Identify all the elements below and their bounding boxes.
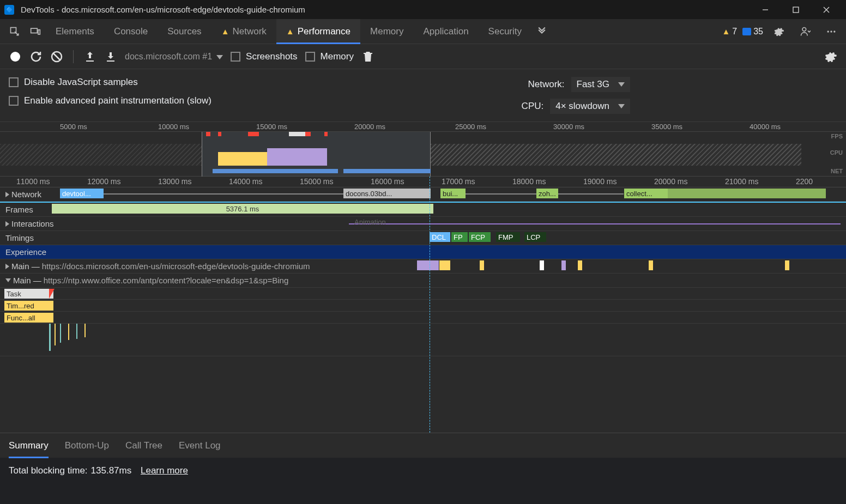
trash-icon[interactable]: [361, 50, 374, 63]
disable-js-label: Disable JavaScript samples: [24, 77, 138, 88]
ruler-tick: 12000 ms: [87, 177, 120, 186]
clear-button[interactable]: [50, 50, 63, 63]
flamechart[interactable]: 11000 ms 12000 ms 13000 ms 14000 ms 1500…: [0, 177, 846, 433]
track-interactions[interactable]: Interactions Animation: [0, 217, 846, 231]
tab-event-log[interactable]: Event Log: [179, 433, 221, 458]
tab-bottom-up[interactable]: Bottom-Up: [65, 433, 109, 458]
track-experience[interactable]: Experience: [0, 245, 846, 259]
overview-marker: [324, 132, 328, 136]
expand-icon[interactable]: [5, 221, 9, 227]
upload-icon[interactable]: [83, 50, 96, 63]
main-tabs: Elements Console Sources ▲Network ▲Perfo…: [0, 19, 846, 44]
device-icon[interactable]: [27, 23, 44, 40]
task-bar[interactable]: Task: [4, 289, 53, 299]
learn-more-link[interactable]: Learn more: [141, 465, 188, 476]
record-button[interactable]: [9, 50, 22, 63]
tab-network[interactable]: ▲Network: [211, 19, 276, 44]
func-bar[interactable]: Func...all: [4, 313, 53, 323]
more-tabs-icon[interactable]: [534, 23, 550, 40]
track-stack[interactable]: [0, 324, 846, 356]
cpu-throttle-select[interactable]: 4× slowdown: [550, 99, 630, 114]
frame-bar[interactable]: 5376.1 ms: [52, 204, 433, 214]
ruler-tick: 10000 ms: [158, 123, 189, 131]
network-bar[interactable]: bui...: [440, 189, 466, 198]
timing-lcp[interactable]: LCP: [524, 232, 546, 242]
flame-bar[interactable]: [480, 260, 484, 270]
memory-checkbox[interactable]: Memory: [305, 51, 354, 62]
tab-call-tree[interactable]: Call Tree: [125, 433, 162, 458]
tab-summary[interactable]: Summary: [9, 433, 49, 458]
memory-label: Memory: [321, 51, 354, 62]
track-timings[interactable]: Timings DCL FP FCP FMP LCP: [0, 231, 846, 245]
capture-settings-icon[interactable]: [824, 50, 837, 63]
performance-toolbar: docs.microsoft.com #1 Screenshots Memory: [0, 44, 846, 69]
overview-cpu-chart: [267, 148, 327, 166]
collapse-icon[interactable]: [5, 278, 11, 282]
disable-js-checkbox[interactable]: Disable JavaScript samples: [9, 77, 211, 88]
info-count[interactable]: 35: [742, 27, 763, 37]
minimize-button[interactable]: [750, 0, 781, 19]
cpu-throttle: CPU: 4× slowdown: [522, 99, 630, 114]
network-bar[interactable]: devtool...: [60, 189, 104, 198]
recording-select[interactable]: docs.microsoft.com #1: [125, 52, 223, 62]
timing-fmp[interactable]: FMP: [496, 232, 520, 242]
flame-bar[interactable]: [785, 260, 789, 270]
gear-icon[interactable]: [771, 23, 787, 40]
enable-paint-checkbox[interactable]: Enable advanced paint instrumentation (s…: [9, 95, 211, 106]
network-bar[interactable]: collect...: [624, 189, 668, 198]
tab-memory[interactable]: Memory: [360, 19, 413, 44]
close-button[interactable]: [811, 0, 842, 19]
flame-bar[interactable]: [439, 260, 450, 270]
flame-bar[interactable]: [417, 260, 439, 270]
download-icon[interactable]: [104, 50, 117, 63]
timer-bar[interactable]: Tim...red: [4, 301, 53, 311]
person-icon[interactable]: [797, 23, 813, 40]
tab-performance[interactable]: ▲Performance: [276, 19, 360, 44]
timeline-overview[interactable]: 5000 ms 10000 ms 15000 ms 20000 ms 25000…: [0, 122, 846, 177]
more-icon[interactable]: [823, 23, 839, 40]
info-count-value: 35: [753, 27, 763, 37]
tab-console[interactable]: Console: [104, 19, 158, 44]
maximize-button[interactable]: [781, 0, 811, 19]
screenshots-checkbox[interactable]: Screenshots: [231, 51, 298, 62]
network-throttle-select[interactable]: Fast 3G: [571, 77, 630, 92]
tab-security[interactable]: Security: [479, 19, 531, 44]
timing-dcl[interactable]: DCL: [430, 232, 450, 242]
flame-bar[interactable]: [649, 260, 653, 270]
ruler-tick: 15000 ms: [300, 177, 333, 186]
tab-application[interactable]: Application: [413, 19, 478, 44]
network-bar[interactable]: docons.03bd...: [343, 189, 431, 198]
track-func[interactable]: Func...all: [0, 312, 846, 324]
warning-count[interactable]: ▲7: [722, 27, 737, 37]
track-main-1[interactable]: Main — https://docs.microsoft.com/en-us/…: [0, 259, 846, 274]
track-frames[interactable]: Frames 5376.1 ms: [0, 203, 846, 217]
recording-select-value: docs.microsoft.com #1: [125, 52, 212, 61]
svg-rect-1: [793, 7, 799, 13]
flame-bar[interactable]: [540, 260, 544, 270]
track-network[interactable]: Network devtool... docons.03bd... bui...…: [0, 187, 846, 202]
reload-button[interactable]: [29, 50, 43, 63]
details-tabs: Summary Bottom-Up Call Tree Event Log: [0, 433, 846, 458]
network-bar[interactable]: [668, 189, 826, 198]
timing-fcp[interactable]: FCP: [469, 232, 491, 242]
main-url: https://ntp.www.office.com/antp/content?…: [44, 276, 289, 285]
track-main-2[interactable]: Main — https://ntp.www.office.com/antp/c…: [0, 274, 846, 288]
inspect-icon[interactable]: [7, 23, 23, 40]
enable-paint-label: Enable advanced paint instrumentation (s…: [24, 95, 211, 106]
tab-sources[interactable]: Sources: [158, 19, 211, 44]
expand-icon[interactable]: [5, 192, 9, 197]
track-timer[interactable]: Tim...red: [0, 300, 846, 312]
network-bar[interactable]: zoh...: [536, 189, 558, 198]
frames-track-label: Frames: [5, 205, 33, 214]
expand-icon[interactable]: [5, 264, 9, 269]
track-task[interactable]: Task: [0, 288, 846, 300]
main-prefix: Main —: [11, 262, 40, 271]
ruler-tick: 20000 ms: [654, 177, 687, 186]
warning-icon: ▲: [722, 27, 730, 36]
timing-fp[interactable]: FP: [451, 232, 468, 242]
flame-bar[interactable]: [561, 260, 566, 270]
time-marker: [430, 177, 430, 433]
network-wait-line: [558, 193, 624, 195]
flame-bar[interactable]: [578, 260, 582, 270]
tab-elements[interactable]: Elements: [46, 19, 104, 44]
